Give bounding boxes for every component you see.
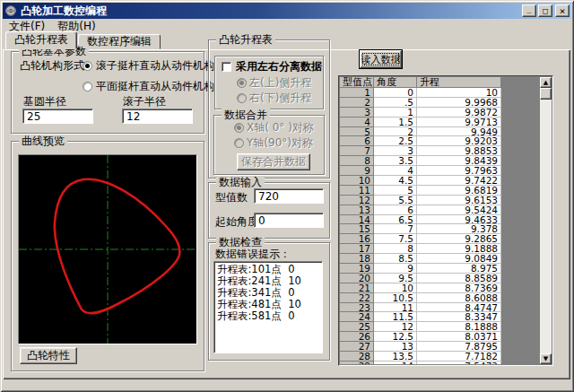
error-list-item[interactable]: 升程表:581点 0 (217, 310, 322, 322)
minimize-button[interactable]: _ (522, 4, 536, 17)
cell-point[interactable]: 17 (340, 244, 374, 254)
cell-point[interactable]: 16 (340, 234, 374, 244)
cell-lift[interactable]: 9.6153 (417, 196, 501, 205)
cell-point[interactable]: 15 (340, 224, 374, 234)
table-row[interactable]: 23118.4747 (340, 303, 540, 313)
table-row[interactable]: 1789.1888 (340, 244, 540, 254)
cell-lift[interactable]: 8.4747 (417, 303, 501, 313)
cell-point[interactable]: 12 (340, 196, 374, 205)
radio-flat-follower[interactable] (83, 82, 92, 91)
cell-point[interactable]: 5 (340, 127, 374, 137)
table-row[interactable]: 21108.7369 (340, 283, 540, 293)
separate-data-checkbox[interactable] (222, 62, 231, 72)
table-row[interactable]: 146.59.4633 (340, 215, 540, 225)
cell-angle[interactable]: 10.5 (374, 293, 417, 303)
cell-lift[interactable]: 9.7422 (417, 176, 501, 186)
cell-point[interactable]: 21 (340, 283, 374, 293)
radio-roller-follower[interactable] (83, 61, 92, 71)
cell-point[interactable]: 19 (340, 264, 374, 274)
table-row[interactable]: 1010 (340, 88, 540, 98)
cell-point[interactable]: 29 (340, 362, 374, 364)
cell-angle[interactable]: 5.5 (374, 196, 417, 205)
cell-angle[interactable]: 12 (374, 322, 417, 332)
scroll-thumb[interactable] (540, 88, 552, 100)
cell-angle[interactable]: 12.5 (374, 332, 417, 342)
table-row[interactable]: 2612.58.0371 (340, 332, 540, 342)
cell-angle[interactable]: .5 (374, 98, 417, 108)
cell-point[interactable]: 20 (340, 274, 374, 283)
cell-angle[interactable]: 13.5 (374, 352, 417, 362)
table-row[interactable]: 62.59.9203 (340, 136, 540, 146)
cell-lift[interactable]: 9.4633 (417, 215, 501, 225)
cell-point[interactable]: 10 (340, 176, 374, 186)
cell-lift[interactable]: 9.8439 (417, 156, 501, 166)
cell-point[interactable]: 23 (340, 303, 374, 313)
cell-lift[interactable]: 9.378 (417, 224, 501, 234)
table-row[interactable]: 25128.1888 (340, 322, 540, 332)
table-row[interactable]: 104.59.7422 (340, 176, 540, 186)
cell-point[interactable]: 22 (340, 293, 374, 303)
table-row[interactable]: 2813.57.7182 (340, 352, 540, 362)
table-row[interactable]: 319.9872 (340, 108, 540, 118)
cell-angle[interactable]: 3 (374, 146, 417, 156)
cell-angle[interactable]: 4.5 (374, 176, 417, 186)
cell-angle[interactable]: 8.5 (374, 254, 417, 264)
cell-lift[interactable]: 7.8795 (417, 342, 501, 352)
cell-lift[interactable]: 7.7182 (417, 352, 501, 362)
cell-lift[interactable]: 9.9203 (417, 136, 501, 146)
table-row[interactable]: 29147.5472 (340, 362, 540, 364)
cell-point[interactable]: 11 (340, 186, 374, 196)
cell-angle[interactable]: 11.5 (374, 312, 417, 322)
cell-point[interactable]: 6 (340, 136, 374, 146)
table-row[interactable]: 2411.58.3347 (340, 312, 540, 322)
start-angle-input[interactable]: 0 (254, 213, 324, 228)
cell-point[interactable]: 7 (340, 146, 374, 156)
cell-angle[interactable]: 3.5 (374, 156, 417, 166)
cell-angle[interactable]: 1 (374, 108, 417, 118)
cell-lift[interactable]: 9.2865 (417, 234, 501, 244)
table-row[interactable]: 27137.8795 (340, 342, 540, 352)
cell-point[interactable]: 26 (340, 332, 374, 342)
cell-lift[interactable]: 7.5472 (417, 362, 501, 364)
cell-lift[interactable]: 9.949 (417, 127, 501, 137)
table-row[interactable]: 2210.58.6088 (340, 293, 540, 303)
table-row[interactable]: 1159.6819 (340, 186, 540, 196)
cell-angle[interactable]: 2.5 (374, 136, 417, 146)
base-radius-input[interactable]: 25 (22, 109, 93, 124)
maximize-button[interactable]: □ (538, 4, 552, 17)
cell-angle[interactable]: 2 (374, 127, 417, 137)
roller-radius-input[interactable]: 12 (122, 109, 193, 124)
cell-lift[interactable]: 10 (417, 88, 501, 98)
cell-lift[interactable]: 9.9713 (417, 118, 501, 127)
cell-angle[interactable]: 1.5 (374, 118, 417, 127)
cell-angle[interactable]: 0 (374, 88, 417, 98)
cell-angle[interactable]: 7 (374, 224, 417, 234)
cell-angle[interactable]: 8 (374, 244, 417, 254)
cell-angle[interactable]: 10 (374, 283, 417, 293)
tab-nc-program[interactable]: 数控程序编辑 (78, 34, 161, 49)
cell-point[interactable]: 2 (340, 98, 374, 108)
point-count-input[interactable]: 720 (254, 188, 324, 204)
cell-point[interactable]: 13 (340, 205, 374, 215)
cell-lift[interactable]: 9.0849 (417, 254, 501, 264)
read-data-button[interactable]: 读入数据 (360, 50, 402, 68)
cell-lift[interactable]: 9.7963 (417, 166, 501, 176)
table-row[interactable]: 83.59.8439 (340, 156, 540, 166)
cell-point[interactable]: 24 (340, 312, 374, 322)
table-row[interactable]: 529.949 (340, 127, 540, 137)
cell-point[interactable]: 14 (340, 215, 374, 225)
cell-angle[interactable]: 11 (374, 303, 417, 313)
table-row[interactable]: 739.8853 (340, 146, 540, 156)
cell-lift[interactable]: 9.6819 (417, 186, 501, 196)
table-row[interactable]: 167.59.2865 (340, 234, 540, 244)
cell-angle[interactable]: 6 (374, 205, 417, 215)
cell-angle[interactable]: 5 (374, 186, 417, 196)
table-row[interactable]: 1369.5424 (340, 205, 540, 215)
cell-lift[interactable]: 8.975 (417, 264, 501, 274)
cell-lift[interactable]: 9.5424 (417, 205, 501, 215)
table-row[interactable]: 125.59.6153 (340, 196, 540, 205)
cell-angle[interactable]: 14 (374, 362, 417, 364)
cell-point[interactable]: 9 (340, 166, 374, 176)
cell-lift[interactable]: 8.0371 (417, 332, 501, 342)
cell-point[interactable]: 1 (340, 88, 374, 98)
